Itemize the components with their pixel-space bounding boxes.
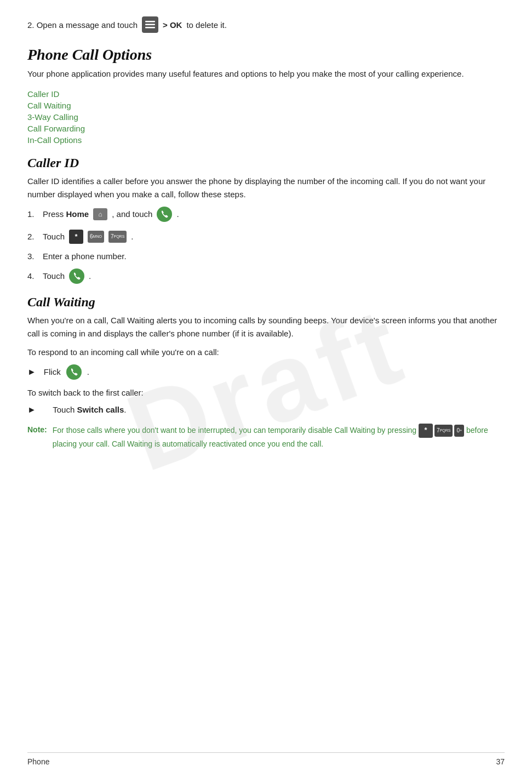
step-1: 1. Press Home ⌂ , and touch . <box>27 207 505 222</box>
call-waiting-para2: To switch back to the first caller: <box>27 386 505 399</box>
note-0plus-key: 0+ <box>454 425 464 437</box>
toc-call-waiting[interactable]: Call Waiting <box>27 101 505 110</box>
intro-text: Your phone application provides many use… <box>27 68 505 81</box>
toc-3way-calling[interactable]: 3-Way Calling <box>27 112 505 122</box>
step2-suffix: to delete it. <box>186 20 226 30</box>
call-waiting-para1: To respond to an incoming call while you… <box>27 346 505 359</box>
bullet-flick: ► Flick . <box>27 364 505 380</box>
note-key-icons: * 7PQRS 0+ <box>419 424 464 438</box>
home-icon: ⌂ <box>93 208 107 220</box>
note-label: Note: <box>27 424 47 450</box>
svg-rect-1 <box>145 24 155 26</box>
call-waiting-bullet1-section: ► Flick . <box>27 364 505 380</box>
phone-icon-2 <box>69 268 84 284</box>
note-content: For those calls where you don't want to … <box>53 424 505 450</box>
step2-bold: > OK <box>163 20 182 30</box>
call-waiting-body1: When you're on a call, Call Waiting aler… <box>27 314 505 340</box>
7pqrs-key: 7PQRS <box>108 231 127 243</box>
caller-id-steps: 1. Press Home ⌂ , and touch . 2. Touch *… <box>27 207 505 284</box>
bullet-switch-calls: ► Touch Switch calls. <box>27 405 505 415</box>
note-box: Note: For those calls where you don't wa… <box>27 424 505 450</box>
phone-icon-1 <box>157 207 172 222</box>
caller-id-body: Caller ID identifies a caller before you… <box>27 175 505 201</box>
step-3: 3. Enter a phone number. <box>27 252 505 261</box>
6mno-key: 6MNO <box>88 231 104 243</box>
toc-caller-id[interactable]: Caller ID <box>27 89 505 99</box>
call-waiting-title: Call Waiting <box>27 295 505 310</box>
phone-icon-3 <box>66 364 82 380</box>
note-star-key: * <box>419 424 433 438</box>
note-7pqrs-key: 7PQRS <box>434 425 453 437</box>
arrow-icon-1: ► <box>27 367 36 377</box>
step-4: 4. Touch . <box>27 268 505 284</box>
step-2: 2. Touch * 6MNO 7PQRS . <box>27 230 505 244</box>
step2-text: 2. Open a message and touch <box>27 20 138 30</box>
caller-id-title: Caller ID <box>27 156 505 170</box>
menu-icon <box>142 16 158 33</box>
toc-call-forwarding[interactable]: Call Forwarding <box>27 124 505 133</box>
page-main-title: Phone Call Options <box>27 46 505 64</box>
step2-row: 2. Open a message and touch > OK to dele… <box>27 16 505 33</box>
toc-incall-options[interactable]: In-Call Options <box>27 135 505 145</box>
svg-rect-0 <box>145 21 155 22</box>
call-waiting-bullet2-section: ► Touch Switch calls. <box>27 405 505 415</box>
star-key: * <box>69 230 83 244</box>
arrow-icon-2: ► <box>27 405 36 415</box>
table-of-contents: Caller ID Call Waiting 3-Way Calling Cal… <box>27 89 505 145</box>
svg-rect-2 <box>145 27 155 28</box>
page-footer: Phone 37 <box>27 752 505 766</box>
footer-left: Phone <box>27 757 49 766</box>
footer-right: 37 <box>496 757 505 766</box>
